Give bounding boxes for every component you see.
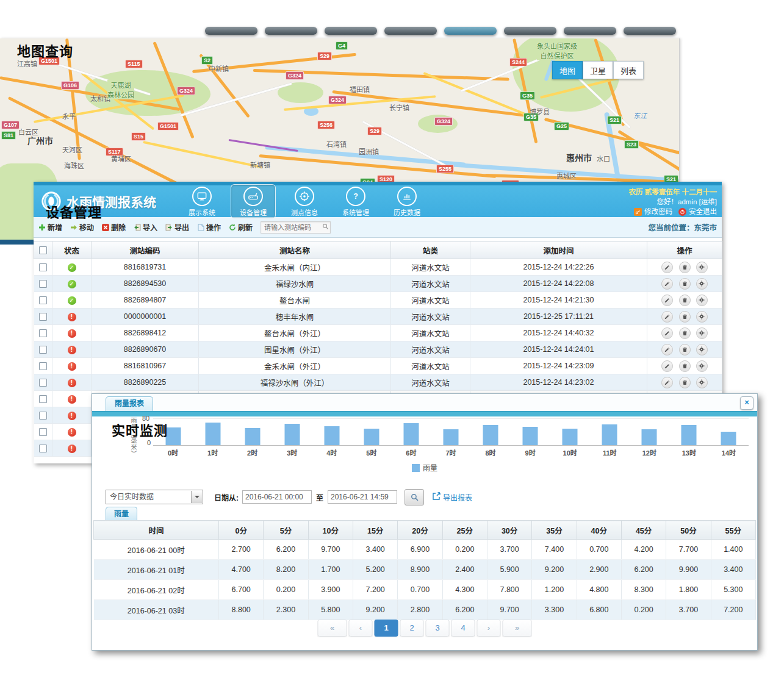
table-row[interactable]: 8816810967 金禾水闸（外江） 河道水文站 2015-12-24 14:… bbox=[34, 358, 722, 374]
table-row[interactable]: 8826890670 围星水闸（外江） 河道水文站 2015-12-24 14:… bbox=[34, 341, 722, 358]
trash-icon[interactable] bbox=[679, 327, 691, 339]
x-axis-tick: 6时 bbox=[406, 448, 416, 457]
gear-icon[interactable] bbox=[696, 295, 708, 306]
row-checkbox[interactable] bbox=[39, 428, 47, 436]
row-checkbox[interactable] bbox=[39, 379, 47, 387]
browser-tab[interactable] bbox=[504, 27, 556, 35]
table-row[interactable]: 8826898412 鳌台水闸（外江） 河道水文站 2015-12-24 14:… bbox=[34, 325, 722, 341]
delete-button[interactable]: 删除 bbox=[102, 222, 126, 232]
trash-icon[interactable] bbox=[679, 278, 691, 290]
edit-icon[interactable] bbox=[661, 311, 673, 323]
edit-icon[interactable] bbox=[661, 295, 673, 306]
nav-item-system-management[interactable]: ? 系统管理 bbox=[333, 184, 378, 219]
date-from-input[interactable] bbox=[242, 490, 312, 504]
browser-tab[interactable] bbox=[265, 27, 317, 35]
move-button[interactable]: 移动 bbox=[70, 222, 94, 232]
road-badge: S81 bbox=[1, 131, 16, 140]
table-row[interactable]: 8826894807 鳌台水闸 河道水文站 2015-12-24 14:21:3… bbox=[34, 292, 722, 309]
row-checkbox[interactable] bbox=[39, 313, 47, 321]
export-button[interactable]: 导出 bbox=[165, 222, 189, 232]
bar-slot: 6时 bbox=[391, 419, 431, 445]
list-view-button[interactable]: 列表 bbox=[613, 61, 644, 79]
browser-tab-active[interactable] bbox=[444, 27, 497, 35]
browser-tab[interactable] bbox=[205, 27, 257, 35]
edit-icon[interactable] bbox=[661, 360, 673, 372]
import-button[interactable]: 导入 bbox=[134, 222, 157, 232]
map-view-button[interactable]: 地图 bbox=[552, 61, 583, 79]
chevron-down-icon[interactable] bbox=[191, 491, 202, 503]
page-button[interactable]: ‹ bbox=[349, 620, 373, 637]
table-row[interactable]: 0000000001 穗丰年水闸 河道水文站 2015-12-25 17:11:… bbox=[34, 309, 722, 325]
nav-item-display-system[interactable]: 展示系统 bbox=[179, 184, 225, 219]
row-checkbox[interactable] bbox=[39, 395, 47, 403]
gear-icon[interactable] bbox=[696, 377, 708, 388]
gear-icon[interactable] bbox=[696, 344, 708, 356]
page-button[interactable]: « bbox=[318, 620, 347, 637]
row-checkbox[interactable] bbox=[39, 280, 47, 288]
browser-tab[interactable] bbox=[564, 27, 616, 35]
refresh-button[interactable]: 刷新 bbox=[229, 222, 253, 232]
edit-icon[interactable] bbox=[661, 344, 673, 356]
trash-icon[interactable] bbox=[679, 344, 691, 356]
gear-icon[interactable] bbox=[696, 360, 708, 372]
road-badge: G107 bbox=[1, 121, 20, 129]
page-button[interactable]: 1 bbox=[375, 620, 398, 637]
road-badge: S29 bbox=[317, 52, 332, 60]
preset-select[interactable]: 今日实时数据 bbox=[106, 490, 203, 504]
table-row[interactable]: 8826894530 福绿沙水闸 河道水文站 2015-12-24 14:22:… bbox=[34, 276, 722, 292]
status-icon bbox=[68, 280, 76, 288]
nav-item-device-management[interactable]: 设备管理 bbox=[231, 184, 276, 219]
page-button[interactable]: 2 bbox=[400, 620, 424, 637]
nav-item-history-data[interactable]: 历史数据 bbox=[384, 184, 430, 219]
trash-icon[interactable] bbox=[679, 295, 691, 306]
search-input[interactable] bbox=[261, 221, 331, 234]
row-checkbox[interactable] bbox=[39, 412, 47, 420]
row-checkbox[interactable] bbox=[39, 329, 47, 337]
row-checkbox[interactable] bbox=[39, 263, 47, 271]
search-icon[interactable] bbox=[322, 223, 329, 232]
edit-icon[interactable] bbox=[661, 262, 673, 273]
gear-icon[interactable] bbox=[696, 262, 708, 273]
browser-tab[interactable] bbox=[384, 27, 437, 35]
page-button[interactable]: 3 bbox=[426, 620, 450, 637]
select-all-checkbox[interactable] bbox=[39, 246, 47, 254]
bar bbox=[563, 429, 578, 445]
change-password-link[interactable]: 修改密码 bbox=[644, 207, 672, 216]
page-button[interactable]: › bbox=[477, 620, 501, 637]
satellite-view-button[interactable]: 卫星 bbox=[583, 61, 613, 79]
status-icon bbox=[68, 412, 76, 420]
row-checkbox[interactable] bbox=[39, 445, 47, 452]
row-checkbox[interactable] bbox=[39, 296, 47, 304]
browser-tab[interactable] bbox=[325, 27, 377, 35]
close-icon[interactable] bbox=[740, 396, 753, 410]
gear-icon[interactable] bbox=[696, 311, 708, 323]
edit-icon[interactable] bbox=[661, 327, 673, 339]
add-button[interactable]: 新增 bbox=[38, 222, 62, 232]
column-header: 操作 bbox=[647, 241, 722, 259]
operate-button[interactable]: 操作 bbox=[197, 222, 221, 232]
search-button[interactable] bbox=[405, 489, 424, 506]
logout-link[interactable]: 安全退出 bbox=[689, 207, 717, 216]
trash-icon[interactable] bbox=[679, 360, 691, 372]
row-checkbox[interactable] bbox=[39, 346, 47, 354]
page-button[interactable]: » bbox=[503, 620, 532, 637]
trash-icon[interactable] bbox=[679, 377, 691, 388]
tab-rain[interactable]: 雨量 bbox=[106, 507, 137, 521]
road-badge: S115 bbox=[125, 60, 143, 68]
browser-tab[interactable] bbox=[624, 27, 676, 35]
date-to-input[interactable] bbox=[328, 490, 397, 504]
trash-icon[interactable] bbox=[679, 262, 691, 273]
x-axis-tick: 9时 bbox=[525, 448, 536, 457]
export-report-link[interactable]: 导出报表 bbox=[433, 492, 472, 502]
gear-icon[interactable] bbox=[696, 278, 708, 290]
row-checkbox[interactable] bbox=[39, 362, 47, 370]
table-row[interactable]: 8826890225 福禄沙水闸（外江） 河道水文站 2015-12-24 14… bbox=[34, 374, 722, 391]
tab-rain-report[interactable]: 雨量报表 bbox=[106, 396, 153, 411]
trash-icon[interactable] bbox=[679, 311, 691, 323]
page-button[interactable]: 4 bbox=[451, 620, 475, 637]
nav-item-station-info[interactable]: 测点信息 bbox=[282, 184, 327, 219]
edit-icon[interactable] bbox=[661, 278, 673, 290]
table-row[interactable]: 8816819731 金禾水闸（内江） 河道水文站 2015-12-24 14:… bbox=[34, 259, 722, 276]
edit-icon[interactable] bbox=[661, 377, 673, 388]
gear-icon[interactable] bbox=[696, 327, 708, 339]
